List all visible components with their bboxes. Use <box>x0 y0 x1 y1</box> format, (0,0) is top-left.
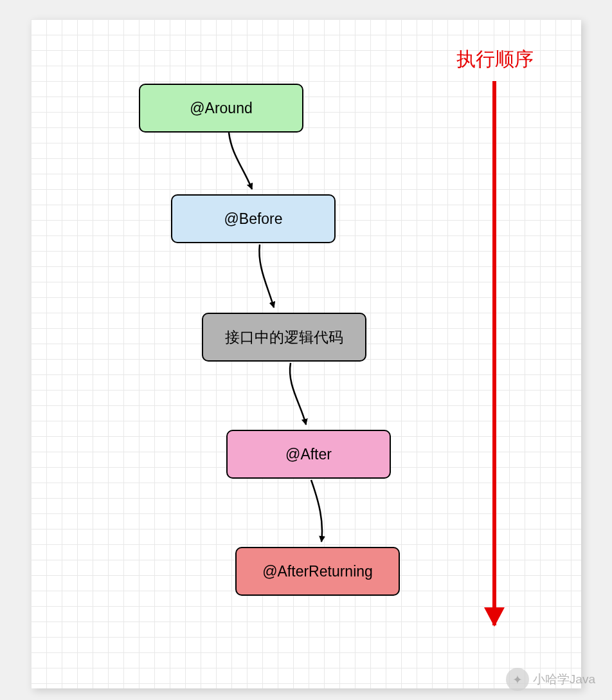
node-label: @AfterReturning <box>262 563 373 580</box>
node-after-returning: @AfterReturning <box>235 547 400 596</box>
node-after: @After <box>226 430 391 479</box>
watermark-icon: ✦ <box>506 668 529 691</box>
node-label: @After <box>285 446 332 463</box>
diagram-canvas: 执行顺序 @Around @Before 接口中的逻辑代码 @After @Af… <box>31 19 581 688</box>
node-label: @Around <box>190 100 253 117</box>
flow-direction-label: 执行顺序 <box>456 46 534 73</box>
watermark-text: 小哈学Java <box>533 671 595 688</box>
node-logic: 接口中的逻辑代码 <box>202 313 366 362</box>
flow-direction-arrow <box>492 81 496 625</box>
node-before: @Before <box>171 194 336 243</box>
node-label: 接口中的逻辑代码 <box>225 327 343 347</box>
node-label: @Before <box>224 210 282 228</box>
node-around: @Around <box>139 84 303 133</box>
watermark: ✦ 小哈学Java <box>506 668 595 691</box>
